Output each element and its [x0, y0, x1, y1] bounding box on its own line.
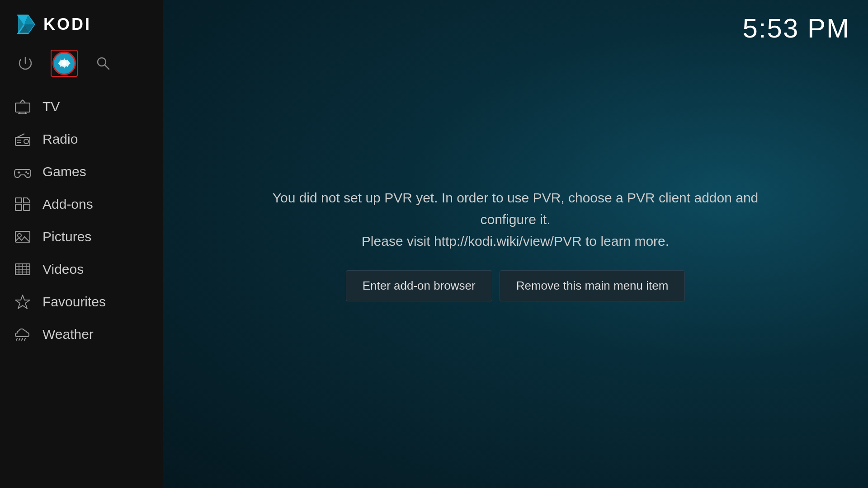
- app-title: KODI: [43, 15, 91, 34]
- pvr-message-line1: You did not set up PVR yet. In order to …: [267, 187, 764, 230]
- svg-point-18: [24, 139, 28, 144]
- svg-rect-26: [15, 204, 22, 211]
- sidebar-item-addons[interactable]: Add-ons: [0, 188, 163, 221]
- svg-marker-38: [15, 295, 30, 309]
- settings-button[interactable]: [51, 50, 78, 77]
- weather-icon: [14, 325, 32, 343]
- radio-icon: [14, 130, 32, 148]
- sidebar-item-games[interactable]: Games: [0, 155, 163, 188]
- kodi-logo-icon: [14, 13, 37, 36]
- enter-addon-browser-button[interactable]: Enter add-on browser: [346, 270, 492, 301]
- sidebar-item-pictures-label: Pictures: [42, 229, 91, 244]
- sidebar-item-favourites-label: Favourites: [42, 294, 106, 310]
- pvr-message: You did not set up PVR yet. In order to …: [267, 187, 764, 252]
- svg-line-15: [20, 100, 23, 103]
- svg-line-41: [22, 338, 23, 340]
- sidebar-item-favourites[interactable]: Favourites: [0, 286, 163, 318]
- settings-gear-icon: [58, 57, 71, 70]
- sidebar-item-addons-label: Add-ons: [42, 197, 93, 212]
- svg-line-39: [16, 338, 17, 340]
- svg-rect-27: [24, 204, 30, 211]
- sidebar-item-radio-label: Radio: [42, 131, 78, 147]
- pvr-message-line2: Please visit http://kodi.wiki/view/PVR t…: [267, 230, 764, 252]
- svg-line-19: [17, 134, 24, 137]
- sidebar-item-radio[interactable]: Radio: [0, 123, 163, 155]
- remove-menu-item-button[interactable]: Remove this main menu item: [500, 270, 685, 301]
- main-content: 5:53 PM You did not set up PVR yet. In o…: [163, 0, 868, 488]
- sidebar-item-tv[interactable]: TV: [0, 90, 163, 123]
- svg-point-25: [27, 173, 29, 174]
- sidebar-item-weather-label: Weather: [42, 327, 94, 342]
- sidebar-item-pictures[interactable]: Pictures: [0, 221, 163, 253]
- search-icon: [95, 56, 111, 71]
- svg-line-42: [24, 338, 25, 340]
- svg-line-10: [105, 65, 109, 69]
- time-display: 5:53 PM: [743, 13, 850, 44]
- sidebar-item-tv-label: TV: [42, 99, 60, 114]
- videos-icon: [14, 260, 32, 278]
- sidebar: KODI: [0, 0, 163, 488]
- sidebar-nav: TV Radio: [0, 86, 163, 351]
- svg-line-40: [19, 338, 20, 340]
- gamepad-icon: [14, 163, 32, 181]
- sidebar-item-games-label: Games: [42, 164, 86, 179]
- sidebar-item-weather[interactable]: Weather: [0, 318, 163, 351]
- pvr-buttons: Enter add-on browser Remove this main me…: [346, 270, 685, 301]
- search-button[interactable]: [91, 52, 115, 75]
- svg-point-24: [25, 171, 27, 173]
- svg-rect-11: [15, 103, 30, 112]
- star-icon: [14, 293, 32, 311]
- sidebar-item-videos[interactable]: Videos: [0, 253, 163, 286]
- addons-icon: [14, 195, 32, 213]
- power-button[interactable]: [14, 52, 37, 75]
- svg-line-16: [23, 100, 25, 103]
- tv-icon: [14, 98, 32, 116]
- sidebar-header: KODI: [0, 0, 163, 45]
- power-icon: [18, 56, 33, 71]
- svg-rect-28: [15, 198, 22, 203]
- svg-rect-17: [15, 137, 30, 145]
- svg-point-30: [18, 234, 21, 237]
- sidebar-icons-row: [0, 45, 163, 86]
- sidebar-item-videos-label: Videos: [42, 262, 84, 277]
- pictures-icon: [14, 228, 32, 246]
